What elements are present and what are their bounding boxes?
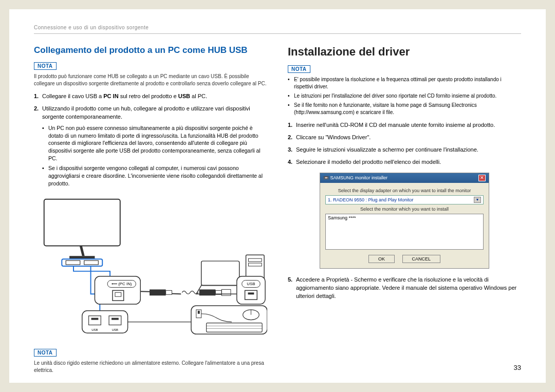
dropdown-value: 1. RADEON 9550 : Plug and Play Monitor [328,197,414,202]
note-item: Se il file fornito non è funzionante, vi… [288,102,521,116]
svg-rect-2 [62,259,102,266]
monitor-listbox[interactable]: Samsung **** [325,214,484,250]
svg-rect-10 [166,291,172,295]
svg-rect-25 [91,318,99,320]
svg-rect-30 [191,306,267,334]
list-item[interactable]: Samsung **** [328,215,481,220]
step-2-bullets: Un PC non può essere connesso simultanea… [42,124,267,188]
step-1: 1.Inserire nell'unità CD-ROM il CD del m… [288,121,521,129]
svg-rect-11 [199,290,216,296]
installer-title-text: 📼 SAMSUNG monitor installer [323,175,387,180]
installer-line1: Select the display adapter on which you … [325,188,484,193]
svg-rect-22 [248,293,254,295]
button-row: OK CANCEL [325,255,484,263]
step-2: 2. Utilizzando il prodotto come un hub, … [34,105,267,187]
right-steps-cont: 5.Accedere a Proprietà - Schermo e verif… [288,276,521,301]
right-title: Installazione del driver [288,45,521,59]
right-notes: E' possibile impostare la risoluzione e … [288,76,521,116]
manual-page: Connessione e uso di un dispositivo sorg… [9,9,546,383]
step-number: 2. [34,105,39,113]
step-number: 4. [288,158,292,166]
step-text: Utilizzando il prodotto come un hub, col… [42,105,250,120]
nota-badge: NOTA [34,62,57,70]
step-text: Cliccare su "Windows Driver". [296,134,371,140]
step-1: 1. Collegare il cavo USB a PC IN sul ret… [34,92,267,101]
svg-rect-9 [150,290,166,296]
svg-rect-13 [221,290,231,296]
step-text: Seguire le istruzioni visualizzate a sch… [296,146,478,153]
section-header: Connessione e uso di un dispositivo sorg… [34,25,521,34]
left-column: Collegamento del prodotto a un PC come H… [34,45,267,379]
ok-button[interactable]: OK [368,255,395,263]
step-2: 2.Cliccare su "Windows Driver". [288,134,521,142]
step-text: Selezionare il modello del prodotto nell… [296,159,441,165]
pcin-label: ⟵ (PC IN) [112,282,132,287]
chevron-down-icon[interactable]: ▼ [474,197,481,203]
step-4: 4.Selezionare il modello del prodotto ne… [288,158,521,166]
step-text: Collegare il cavo USB a PC IN sul retro … [42,93,207,99]
step-number: 5. [288,276,292,284]
step-3: 3.Seguire le istruzioni visualizzate a s… [288,146,521,154]
installer-dialog: 📼 SAMSUNG monitor installer ✕ Select the… [320,173,489,269]
note-item: Le istruzioni per l'installazione del dr… [288,92,521,100]
svg-rect-3 [66,260,80,265]
cancel-button[interactable]: CANCEL [402,255,441,263]
left-title: Collegamento del prodotto a un PC come H… [34,45,267,55]
svg-rect-1 [69,256,95,259]
right-column: Installazione del driver NOTA E' possibi… [288,45,521,379]
svg-rect-0 [44,199,120,246]
intro-text: Il prodotto può funzionare come HUB se c… [34,73,267,87]
note-item: E' possibile impostare la risoluzione e … [288,76,521,90]
svg-rect-4 [84,260,99,265]
step-number: 2. [288,134,292,142]
left-steps: 1. Collegare il cavo USB a PC IN sul ret… [34,92,267,187]
step-text: Inserire nell'unità CD-ROM il CD del man… [296,122,495,128]
nota-badge-bottom: NOTA [34,349,57,357]
svg-rect-32 [198,311,200,314]
bullet-item: Se i dispositivi sorgente vengono colleg… [42,164,267,187]
installer-line2: Select the monitor which you want to ins… [325,207,484,212]
bullet-item: Un PC non può essere connesso simultanea… [42,124,267,162]
svg-text:USB: USB [112,329,118,332]
nota-badge: NOTA [288,65,310,73]
step-number: 3. [288,146,292,154]
svg-rect-14 [201,261,239,285]
page-number: 33 [514,364,521,371]
step-5: 5.Accedere a Proprietà - Schermo e verif… [288,276,521,301]
installer-titlebar: 📼 SAMSUNG monitor installer ✕ [320,173,489,183]
svg-text:USB: USB [91,329,98,332]
svg-rect-17 [248,263,262,266]
step-number: 1. [34,92,39,101]
right-steps: 1.Inserire nell'unità CD-ROM il CD del m… [288,121,521,166]
connection-diagram: ⟵ (PC IN) [34,194,267,338]
step-number: 1. [288,121,292,129]
installer-body: Select the display adapter on which you … [320,183,489,268]
adapter-dropdown[interactable]: 1. RADEON 9550 : Plug and Play Monitor ▼ [325,195,484,204]
svg-rect-16 [248,259,262,262]
svg-rect-28 [112,318,119,320]
close-icon[interactable]: ✕ [478,175,486,181]
step-text: Accedere a Proprietà - Schermo e verific… [296,276,516,299]
footer-note: Le unità disco rigido esterne richiedono… [34,360,267,374]
two-column-layout: Collegamento del prodotto a un PC come H… [34,45,521,379]
usb-label: USB [247,282,255,287]
